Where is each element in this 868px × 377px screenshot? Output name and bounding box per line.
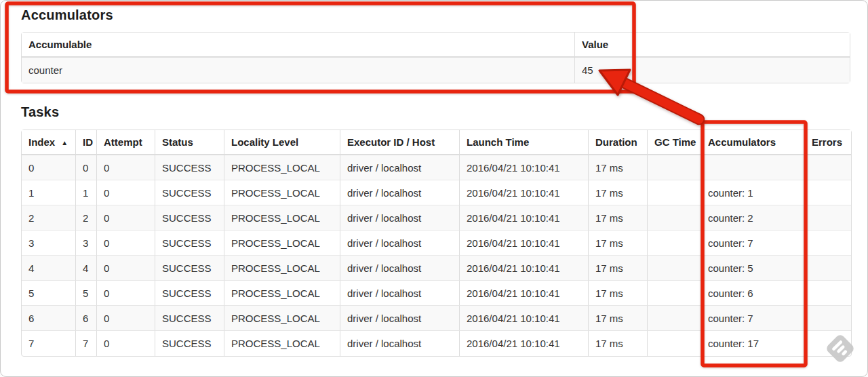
column-header-errors[interactable]: Errors bbox=[805, 130, 851, 155]
table-cell: PROCESS_LOCAL bbox=[224, 155, 340, 180]
table-cell: SUCCESS bbox=[155, 306, 224, 331]
column-header-duration[interactable]: Duration bbox=[589, 130, 648, 155]
tasks-table: Index▲IDAttemptStatusLocality LevelExecu… bbox=[21, 130, 852, 357]
table-cell: 17 ms bbox=[589, 281, 648, 306]
table-cell: 0 bbox=[97, 281, 155, 306]
table-cell: 0 bbox=[97, 155, 155, 180]
table-cell: SUCCESS bbox=[155, 331, 224, 356]
table-row: 440SUCCESSPROCESS_LOCALdriver / localhos… bbox=[22, 256, 851, 281]
table-cell: 4 bbox=[76, 256, 97, 281]
table-cell: 7 bbox=[22, 331, 76, 356]
column-header-value: Value bbox=[575, 33, 850, 58]
column-header-id[interactable]: ID bbox=[76, 130, 97, 155]
table-cell: 17 ms bbox=[589, 331, 648, 356]
table-cell: PROCESS_LOCAL bbox=[224, 281, 340, 306]
table-cell bbox=[648, 256, 701, 281]
table-cell: 2016/04/21 10:10:41 bbox=[460, 306, 589, 331]
table-cell: 2016/04/21 10:10:41 bbox=[460, 205, 589, 231]
table-cell: counter: 2 bbox=[701, 205, 805, 231]
table-cell: driver / localhost bbox=[340, 155, 460, 180]
table-cell: 3 bbox=[22, 231, 76, 256]
table-cell: SUCCESS bbox=[155, 281, 224, 306]
table-cell: 2016/04/21 10:10:41 bbox=[460, 231, 589, 256]
table-cell bbox=[805, 180, 851, 205]
table-row: 000SUCCESSPROCESS_LOCALdriver / localhos… bbox=[22, 155, 851, 180]
column-header-attempt[interactable]: Attempt bbox=[97, 130, 155, 155]
accumulators-section-heading: Accumulators bbox=[21, 7, 113, 23]
table-cell bbox=[648, 205, 701, 231]
table-cell: 17 ms bbox=[589, 205, 648, 231]
table-cell: 0 bbox=[76, 155, 97, 180]
table-cell: 17 ms bbox=[589, 155, 648, 180]
table-cell: driver / localhost bbox=[340, 281, 460, 306]
table-cell bbox=[648, 331, 701, 356]
table-cell: PROCESS_LOCAL bbox=[224, 256, 340, 281]
table-cell: 1 bbox=[22, 180, 76, 205]
table-cell: 0 bbox=[97, 306, 155, 331]
table-cell: 17 ms bbox=[589, 180, 648, 205]
column-header-launch-time[interactable]: Launch Time bbox=[460, 130, 589, 155]
table-cell: 5 bbox=[22, 281, 76, 306]
table-cell bbox=[648, 306, 701, 331]
table-cell bbox=[805, 155, 851, 180]
table-cell: driver / localhost bbox=[340, 205, 460, 231]
table-cell: SUCCESS bbox=[155, 205, 224, 231]
table-cell: driver / localhost bbox=[340, 256, 460, 281]
table-cell: counter: 7 bbox=[701, 306, 805, 331]
column-header-executor-id-host[interactable]: Executor ID / Host bbox=[340, 130, 460, 155]
table-cell: 1 bbox=[76, 180, 97, 205]
table-cell: 2016/04/21 10:10:41 bbox=[460, 331, 589, 356]
table-cell: 3 bbox=[76, 231, 97, 256]
table-cell: 17 ms bbox=[589, 231, 648, 256]
table-header-row: Index▲IDAttemptStatusLocality LevelExecu… bbox=[22, 130, 851, 155]
table-cell: SUCCESS bbox=[155, 155, 224, 180]
table-cell: 45 bbox=[575, 58, 850, 83]
table-cell bbox=[805, 256, 851, 281]
table-cell: 2016/04/21 10:10:41 bbox=[460, 256, 589, 281]
table-cell bbox=[648, 231, 701, 256]
table-cell: counter: 17 bbox=[701, 331, 805, 356]
table-cell bbox=[805, 306, 851, 331]
table-cell: counter: 1 bbox=[701, 180, 805, 205]
column-header-status[interactable]: Status bbox=[155, 130, 224, 155]
table-row: 220SUCCESSPROCESS_LOCALdriver / localhos… bbox=[22, 205, 851, 231]
table-cell: PROCESS_LOCAL bbox=[224, 180, 340, 205]
table-cell: driver / localhost bbox=[340, 180, 460, 205]
sort-ascending-icon: ▲ bbox=[61, 139, 68, 146]
tasks-section-heading: Tasks bbox=[21, 104, 59, 120]
table-row: 550SUCCESSPROCESS_LOCALdriver / localhos… bbox=[22, 281, 851, 306]
table-row: counter45 bbox=[22, 58, 850, 83]
table-cell: counter: 7 bbox=[701, 231, 805, 256]
table-cell bbox=[648, 281, 701, 306]
table-cell: SUCCESS bbox=[155, 180, 224, 205]
table-cell: PROCESS_LOCAL bbox=[224, 331, 340, 356]
table-row: 330SUCCESSPROCESS_LOCALdriver / localhos… bbox=[22, 231, 851, 256]
table-cell: driver / localhost bbox=[340, 231, 460, 256]
column-header-gc-time[interactable]: GC Time bbox=[648, 130, 701, 155]
table-cell: counter: 6 bbox=[701, 281, 805, 306]
table-cell: 6 bbox=[76, 306, 97, 331]
spark-stage-page: Accumulators AccumulableValuecounter45 T… bbox=[0, 0, 868, 377]
table-cell: 0 bbox=[97, 256, 155, 281]
table-cell: 17 ms bbox=[589, 256, 648, 281]
accumulators-table: AccumulableValuecounter45 bbox=[21, 32, 850, 83]
column-header-accumulators[interactable]: Accumulators bbox=[701, 130, 805, 155]
table-cell bbox=[805, 281, 851, 306]
table-cell: 0 bbox=[97, 331, 155, 356]
column-header-locality-level[interactable]: Locality Level bbox=[224, 130, 340, 155]
table-cell bbox=[648, 155, 701, 180]
table-cell bbox=[805, 231, 851, 256]
table-header-row: AccumulableValue bbox=[22, 33, 850, 58]
table-cell: 2016/04/21 10:10:41 bbox=[460, 155, 589, 180]
table-row: 110SUCCESSPROCESS_LOCALdriver / localhos… bbox=[22, 180, 851, 205]
table-cell: 2 bbox=[22, 205, 76, 231]
column-header-index[interactable]: Index▲ bbox=[22, 130, 76, 155]
table-cell bbox=[648, 180, 701, 205]
table-cell: 7 bbox=[76, 331, 97, 356]
table-cell: SUCCESS bbox=[155, 256, 224, 281]
table-cell: 4 bbox=[22, 256, 76, 281]
table-row: 660SUCCESSPROCESS_LOCALdriver / localhos… bbox=[22, 306, 851, 331]
table-cell: 5 bbox=[76, 281, 97, 306]
table-cell: 2016/04/21 10:10:41 bbox=[460, 281, 589, 306]
table-cell: driver / localhost bbox=[340, 306, 460, 331]
